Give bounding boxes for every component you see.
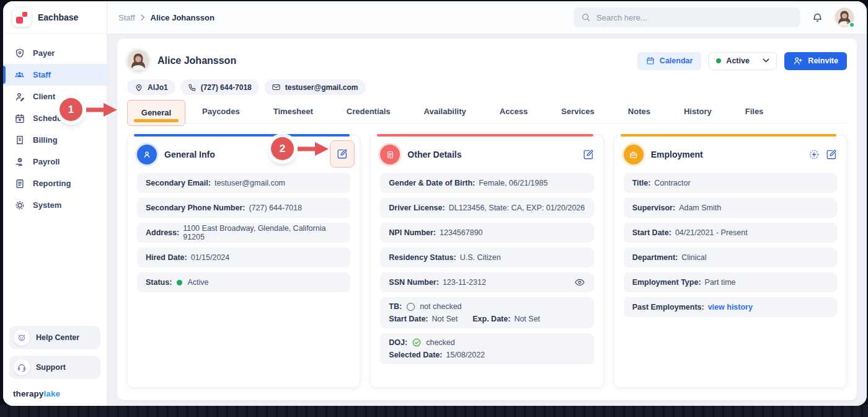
tab-general[interactable]: General <box>127 100 185 126</box>
eye-icon[interactable] <box>574 277 585 288</box>
document-icon <box>380 145 400 164</box>
info-row-gender-dob: Gender & Date of Birth:Female, 06/21/198… <box>380 173 593 193</box>
help-center-label: Help Center <box>36 333 79 342</box>
staff-profile-card: Alice Johansson Calendar Active <box>117 38 857 400</box>
sidebar-item-billing[interactable]: $ Billing <box>3 129 107 151</box>
info-row-past-employments: Past Employments:view history <box>624 297 837 317</box>
annotation-step-1: 1 <box>60 98 82 121</box>
card-title: Employment <box>651 150 703 159</box>
sidebar-item-system[interactable]: System <box>3 194 107 216</box>
active-tab-underline <box>134 119 179 122</box>
payroll-coin-icon: $ <box>14 156 25 168</box>
edit-icon[interactable] <box>826 149 837 160</box>
client-person-icon <box>14 91 25 102</box>
profile-badges: AlJo1 (727) 644-7018 testuser@gmail.com <box>127 79 847 95</box>
info-row-department: Department:Clinical <box>624 248 837 267</box>
svg-text:$: $ <box>19 137 21 142</box>
phone-icon <box>188 83 197 92</box>
info-row-tb: TB:not checked Start Date:Not SetExp. Da… <box>380 297 593 328</box>
help-center-button[interactable]: Help Center <box>9 326 100 349</box>
staff-id-badge: AlJo1 <box>127 79 175 95</box>
tabs-bar: General Paycodes Timesheet Credentials A… <box>127 100 847 123</box>
sidebar-item-payroll[interactable]: $ Payroll <box>3 151 107 173</box>
tab-credentials[interactable]: Credentials <box>330 107 407 116</box>
sidebar-item-label: Staff <box>33 70 51 79</box>
edit-icon[interactable] <box>337 148 348 159</box>
phone-badge: (727) 644-7018 <box>180 79 259 95</box>
shield-icon <box>14 47 25 59</box>
info-row-hired-date: Hired Date:01/15/2024 <box>137 248 350 267</box>
id-pin-icon <box>135 83 143 92</box>
tab-notes[interactable]: Notes <box>611 107 667 116</box>
edit-general-info-highlight <box>330 140 355 168</box>
reporting-clipboard-icon <box>14 177 25 189</box>
sidebar-item-label: Payer <box>33 48 55 58</box>
calendar-icon <box>646 56 655 65</box>
sidebar-item-label: Reporting <box>33 179 71 188</box>
reinvite-button[interactable]: Reinvite <box>784 52 847 70</box>
topbar: Staff Alice Johansson <box>107 1 867 34</box>
info-row-status: Status:Active <box>137 272 350 292</box>
edit-icon[interactable] <box>583 149 594 160</box>
brand-name: Eachbase <box>38 12 78 22</box>
tab-timesheet[interactable]: Timesheet <box>257 107 330 116</box>
online-status-dot <box>849 22 855 28</box>
annotation-step-2: 2 <box>271 137 294 160</box>
sidebar-item-staff[interactable]: Staff <box>3 64 107 86</box>
support-headset-icon <box>14 359 30 375</box>
info-row-ssn: SSN Number:123-11-2312 <box>380 272 593 292</box>
profile-avatar <box>127 50 149 72</box>
sidebar-item-payer[interactable]: Payer <box>3 42 107 64</box>
staff-group-icon <box>14 69 25 81</box>
help-center-owl-icon <box>14 330 30 346</box>
support-label: Support <box>36 363 66 372</box>
info-row-npi: NPI Number:1234567890 <box>380 223 593 243</box>
tab-files[interactable]: Files <box>728 107 781 116</box>
sidebar-item-label: System <box>33 200 61 210</box>
active-status-dot <box>716 58 721 63</box>
sidebar-item-label: Payroll <box>33 157 60 166</box>
card-title: General Info <box>164 150 215 159</box>
email-icon <box>272 83 281 92</box>
content-area: Alice Johansson Calendar Active <box>107 34 867 406</box>
card-title: Other Details <box>407 150 461 159</box>
info-row-employment-type: Employment Type:Part time <box>624 272 837 292</box>
user-avatar[interactable] <box>835 7 854 27</box>
add-circle-icon[interactable] <box>808 149 820 160</box>
person-icon <box>137 145 157 164</box>
search-icon <box>581 12 591 22</box>
breadcrumb-chevron-icon <box>141 14 145 21</box>
info-row-doj: DOJ:checked Selected Date:15/08/2022 <box>380 333 593 364</box>
eachbase-logo-icon <box>12 8 31 27</box>
info-row-driver-license: Driver License:DL123456, State: CA, EXP:… <box>380 198 593 218</box>
info-row-secondary-email: Secondary Email:testuser@gmail.com <box>137 173 350 193</box>
therapylake-logo: therapylake <box>9 385 100 400</box>
sidebar-item-reporting[interactable]: Reporting <box>3 173 107 194</box>
breadcrumb: Staff Alice Johansson <box>118 13 215 22</box>
doj-checked-icon <box>412 338 421 347</box>
sidebar-item-label: Client <box>33 92 55 101</box>
search-bar[interactable] <box>574 7 800 27</box>
general-info-card: General Info Secondary Email:testuser@gm… <box>127 135 360 388</box>
breadcrumb-parent[interactable]: Staff <box>118 13 135 22</box>
info-row-secondary-phone: Secondary Phone Number:(727) 644-7018 <box>137 198 350 218</box>
tab-services[interactable]: Services <box>544 107 611 116</box>
calendar-button[interactable]: Calendar <box>637 52 702 70</box>
breadcrumb-current: Alice Johansson <box>151 13 215 22</box>
calendar-plus-icon <box>14 112 25 124</box>
profile-header: Alice Johansson Calendar Active <box>127 50 847 72</box>
person-add-icon <box>793 56 803 66</box>
bell-icon[interactable] <box>812 12 823 24</box>
tab-access[interactable]: Access <box>483 107 545 116</box>
view-history-link[interactable]: view history <box>708 303 753 312</box>
email-badge: testuser@gmail.com <box>264 79 366 95</box>
tab-history[interactable]: History <box>667 107 728 116</box>
tab-availability[interactable]: Availability <box>407 107 483 116</box>
search-input[interactable] <box>596 13 793 22</box>
tab-paycodes[interactable]: Paycodes <box>185 107 257 116</box>
support-button[interactable]: Support <box>9 356 100 379</box>
system-gear-icon <box>14 199 25 211</box>
info-row-start-date: Start Date:04/21/2021 - Present <box>624 223 837 243</box>
chevron-down-icon <box>763 58 769 63</box>
status-dropdown[interactable]: Active <box>709 52 777 70</box>
